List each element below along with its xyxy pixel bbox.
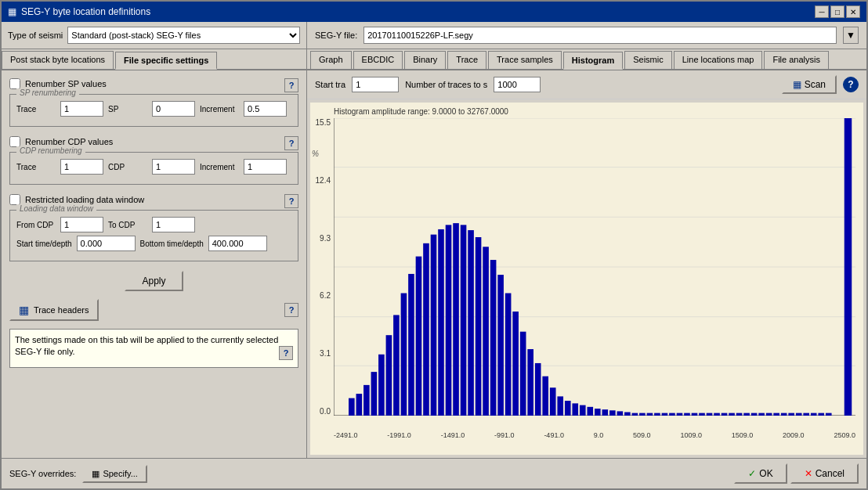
start-time-input[interactable]	[77, 236, 136, 251]
svg-rect-30	[512, 312, 519, 416]
restricted-loading-checkbox[interactable]	[9, 194, 20, 205]
x-axis: -2491.0 -1991.0 -1491.0 -991.0 -491.0 9.…	[334, 431, 855, 439]
minimize-button[interactable]: ─	[815, 5, 829, 18]
specify-icon: ▦	[92, 469, 99, 479]
sp-trace-input[interactable]	[60, 101, 103, 117]
trace-headers-button[interactable]: ▦ Trace headers	[9, 299, 99, 321]
svg-rect-9	[356, 394, 363, 416]
renumber-sp-help-button[interactable]: ?	[284, 78, 298, 92]
to-cdp-input[interactable]	[152, 217, 195, 232]
file-input[interactable]	[363, 27, 837, 44]
ok-button[interactable]: ✓ OK	[734, 463, 787, 484]
info-help-button[interactable]: ?	[279, 346, 293, 360]
trace-headers-help-button[interactable]: ?	[284, 303, 298, 317]
cdp-trace-label: Trace	[16, 163, 56, 171]
renumber-sp-checkbox[interactable]	[9, 78, 20, 89]
svg-rect-70	[811, 413, 817, 416]
tab-ebcdic[interactable]: EBCDIC	[353, 51, 403, 69]
tab-graph[interactable]: Graph	[310, 51, 352, 69]
cdp-trace-input[interactable]	[60, 159, 103, 175]
amplitude-range-text: Histogram amplitude range: 9.0000 to 327…	[334, 107, 508, 116]
sp-sp-input[interactable]	[152, 101, 195, 117]
from-cdp-label: From CDP	[16, 221, 56, 229]
cdp-cdp-label: CDP	[108, 163, 147, 171]
scan-button[interactable]: ▦ Scan	[782, 75, 837, 94]
svg-rect-53	[684, 413, 690, 416]
to-cdp-label: To CDP	[108, 221, 147, 229]
info-text: The settings made on this tab will be ap…	[15, 335, 278, 356]
cdp-renumbering-title: CDP renumbering	[16, 146, 85, 155]
svg-rect-20	[438, 229, 444, 416]
svg-rect-51	[669, 413, 675, 416]
svg-rect-62	[751, 413, 758, 416]
svg-rect-18	[423, 243, 429, 416]
svg-rect-37	[565, 401, 571, 416]
svg-rect-32	[527, 349, 533, 416]
cdp-increment-label: Increment	[200, 163, 239, 171]
svg-rect-65	[773, 413, 779, 416]
specify-button[interactable]: ▦ Specify...	[82, 465, 146, 483]
svg-rect-34	[542, 377, 548, 416]
tab-seismic[interactable]: Seismic	[624, 51, 672, 69]
window-title: SEG-Y byte location definitions	[21, 6, 150, 17]
svg-rect-12	[378, 355, 385, 416]
tab-post-stack[interactable]: Post stack byte locations	[2, 51, 114, 69]
svg-rect-67	[788, 413, 794, 416]
svg-rect-33	[535, 363, 541, 416]
svg-rect-63	[758, 413, 765, 416]
tab-file-specific[interactable]: File specific settings	[115, 52, 217, 70]
cancel-x-icon: ✕	[805, 468, 812, 479]
svg-rect-10	[363, 385, 370, 416]
num-traces-input[interactable]	[494, 77, 541, 92]
start-trace-input[interactable]	[352, 77, 399, 92]
seismic-type-select[interactable]: Standard (post-stack) SEG-Y files	[67, 27, 300, 44]
svg-rect-45	[624, 413, 631, 416]
cancel-button[interactable]: ✕ Cancel	[790, 463, 859, 484]
svg-rect-17	[416, 257, 422, 416]
svg-rect-26	[483, 247, 489, 416]
svg-rect-31	[520, 332, 526, 416]
tab-file-analysis[interactable]: File analysis	[764, 51, 829, 69]
svg-rect-27	[490, 260, 497, 416]
svg-rect-16	[408, 274, 414, 416]
svg-rect-14	[393, 315, 400, 416]
sp-sp-label: SP	[108, 105, 147, 113]
start-time-label: Start time/depth	[16, 240, 72, 248]
tab-trace-samples[interactable]: Trace samples	[488, 51, 562, 69]
bottom-time-label: Bottom time/depth	[140, 240, 204, 248]
tab-binary[interactable]: Binary	[404, 51, 446, 69]
file-label: SEG-Y file:	[315, 31, 357, 40]
sp-increment-input[interactable]	[244, 101, 287, 117]
maximize-button[interactable]: □	[830, 5, 844, 18]
renumber-cdp-checkbox[interactable]	[9, 136, 20, 147]
y-axis: 15.5 12.4 9.3 6.2 3.1 0.0	[310, 118, 334, 416]
tab-line-locations[interactable]: Line locations map	[674, 51, 763, 69]
svg-rect-54	[692, 413, 698, 416]
renumber-cdp-help-button[interactable]: ?	[284, 136, 298, 150]
svg-rect-29	[505, 294, 512, 416]
overrides-label: SEG-Y overrides:	[9, 469, 76, 478]
svg-rect-58	[722, 413, 728, 416]
svg-rect-64	[766, 413, 772, 416]
svg-rect-39	[580, 405, 586, 416]
file-dropdown-button[interactable]: ▼	[843, 27, 859, 44]
tab-histogram[interactable]: Histogram	[563, 52, 623, 70]
svg-rect-13	[386, 335, 392, 416]
svg-rect-68	[796, 413, 802, 416]
svg-rect-59	[729, 413, 735, 416]
svg-rect-47	[639, 413, 646, 416]
close-button[interactable]: ✕	[846, 5, 860, 18]
cdp-increment-input[interactable]	[244, 159, 287, 175]
svg-rect-15	[401, 294, 407, 416]
start-trace-label: Start tra	[315, 80, 345, 89]
cdp-cdp-input[interactable]	[152, 159, 195, 175]
svg-rect-22	[453, 223, 459, 416]
tab-trace[interactable]: Trace	[447, 51, 486, 69]
svg-rect-38	[572, 403, 578, 416]
ok-check-icon: ✓	[748, 468, 756, 479]
apply-button[interactable]: Apply	[125, 271, 183, 291]
bottom-time-input[interactable]	[208, 236, 267, 251]
histogram-help-button[interactable]: ?	[843, 77, 859, 92]
restricted-loading-help-button[interactable]: ?	[284, 194, 298, 208]
from-cdp-input[interactable]	[60, 217, 103, 232]
